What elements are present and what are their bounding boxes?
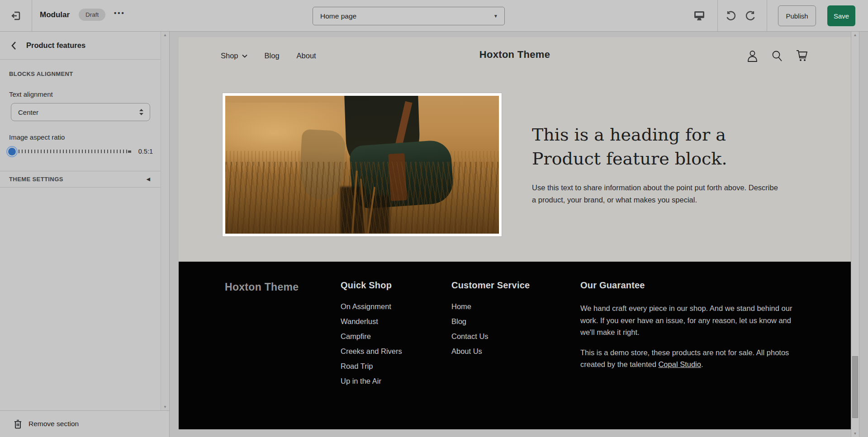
image-aspect-ratio-value: 0.5:1 (131, 148, 153, 155)
feature-body-text: Use this text to share information about… (532, 182, 780, 206)
footer-guarantee-text: We hand craft every piece in our shop. A… (580, 302, 806, 338)
redo-button[interactable] (743, 8, 759, 24)
exit-icon (10, 10, 21, 21)
footer-link[interactable]: Blog (451, 317, 530, 325)
theme-preview: Shop Blog About Hoxton Theme (179, 37, 851, 429)
feature-image-art (225, 96, 499, 234)
footer-demo-text: This is a demo store, these products are… (580, 347, 806, 371)
theme-editor-window: Modular Draft ••• Home page ▼ (0, 0, 868, 437)
undo-button[interactable] (722, 8, 739, 24)
store-header: Shop Blog About Hoxton Theme (179, 37, 851, 78)
collapse-left-icon: ◀ (147, 176, 150, 182)
section-title: Product features (26, 41, 85, 50)
feature-image-block[interactable] (223, 93, 502, 236)
scroll-down-icon[interactable]: ▼ (851, 432, 859, 436)
trash-icon (14, 419, 22, 429)
topbar: Modular Draft ••• Home page ▼ (0, 0, 868, 32)
footer-link[interactable]: Road Trip (341, 362, 402, 370)
slider-end-cap (128, 150, 131, 153)
back-button[interactable] (11, 41, 17, 50)
image-aspect-ratio-slider-row: 0.5:1 (8, 146, 153, 157)
topbar-divider (767, 0, 767, 31)
scroll-up-icon[interactable]: ▲ (161, 33, 169, 37)
footer-link[interactable]: Creeks and Rivers (341, 347, 402, 355)
topbar-divider (717, 0, 718, 31)
scroll-up-icon[interactable]: ▲ (851, 33, 859, 37)
footer-link[interactable]: Home (451, 302, 530, 310)
page-selector-value: Home page (320, 12, 356, 20)
footer-link[interactable]: Up in the Air (341, 377, 402, 385)
footer-logo[interactable]: Hoxton Theme (225, 281, 299, 293)
theme-settings-row[interactable]: THEME SETTINGS ◀ (0, 171, 169, 188)
status-badge: Draft (79, 9, 105, 21)
footer-link[interactable]: Wanderlust (341, 317, 402, 325)
slider-thumb[interactable] (8, 148, 16, 155)
footer-customer-service-links: HomeBlogContact UsAbout Us (451, 302, 530, 355)
more-actions-button[interactable]: ••• (114, 9, 125, 17)
footer-customer-service-column: Customer Service HomeBlogContact UsAbout… (451, 280, 530, 362)
cart-icon[interactable] (796, 50, 808, 62)
chevron-down-icon: ▼ (493, 14, 498, 19)
text-alignment-label: Text alignment (9, 90, 53, 98)
theme-settings-label: THEME SETTINGS (9, 176, 63, 183)
footer-link[interactable]: About Us (451, 347, 530, 355)
footer-link[interactable]: Contact Us (451, 332, 530, 340)
account-icon[interactable] (747, 50, 758, 62)
footer-demo-text-suffix: . (701, 360, 703, 368)
theme-title: Modular (40, 10, 70, 19)
sidebar-scrollbar[interactable]: ▲ ▼ (161, 32, 169, 410)
copal-studio-link[interactable]: Copal Studio (658, 360, 701, 368)
publish-button[interactable]: Publish (778, 5, 816, 26)
device-preview-button[interactable] (691, 8, 707, 24)
chevron-left-icon (11, 41, 17, 50)
page-selector-dropdown[interactable]: Home page ▼ (313, 7, 505, 25)
slider-track[interactable] (19, 150, 127, 153)
footer-quick-shop-heading: Quick Shop (341, 280, 402, 291)
desktop-monitor-icon (693, 10, 705, 21)
footer-guarantee-column: Our Guarantee We hand craft every piece … (580, 280, 806, 371)
select-stepper-icon (139, 108, 144, 116)
sidebar-header: Product features (0, 32, 169, 60)
footer-quick-shop-links: On AssignmentWanderlustCampfireCreeks an… (341, 302, 402, 385)
image-aspect-ratio-label: Image aspect ratio (9, 133, 65, 141)
blocks-alignment-label: BLOCKS ALIGNMENT (9, 70, 73, 77)
remove-section-label: Remove section (28, 420, 79, 428)
scroll-down-icon[interactable]: ▼ (161, 405, 169, 409)
feature-heading: This is a heading for a Product feature … (532, 123, 785, 171)
feature-text-block[interactable]: This is a heading for a Product feature … (532, 123, 785, 206)
save-button[interactable]: Save (827, 5, 855, 26)
footer-link[interactable]: Campfire (341, 332, 402, 340)
remove-section-button[interactable]: Remove section (0, 410, 169, 437)
search-icon[interactable] (771, 50, 783, 62)
store-footer: Hoxton Theme Quick Shop On AssignmentWan… (179, 262, 851, 429)
footer-link[interactable]: On Assignment (341, 302, 402, 310)
footer-quick-shop-column: Quick Shop On AssignmentWanderlustCampfi… (341, 280, 402, 392)
redo-icon (745, 10, 756, 21)
footer-customer-service-heading: Customer Service (451, 280, 530, 291)
exit-editor-button[interactable] (0, 0, 32, 31)
scrollbar-thumb[interactable] (852, 356, 858, 418)
settings-sidebar: Product features BLOCKS ALIGNMENT Text a… (0, 32, 170, 437)
preview-scrollbar[interactable]: ▲ ▼ (851, 32, 859, 437)
undo-icon (725, 10, 736, 21)
footer-guarantee-heading: Our Guarantee (580, 280, 806, 291)
text-alignment-value: Center (18, 108, 38, 116)
text-alignment-select[interactable]: Center (11, 103, 150, 121)
